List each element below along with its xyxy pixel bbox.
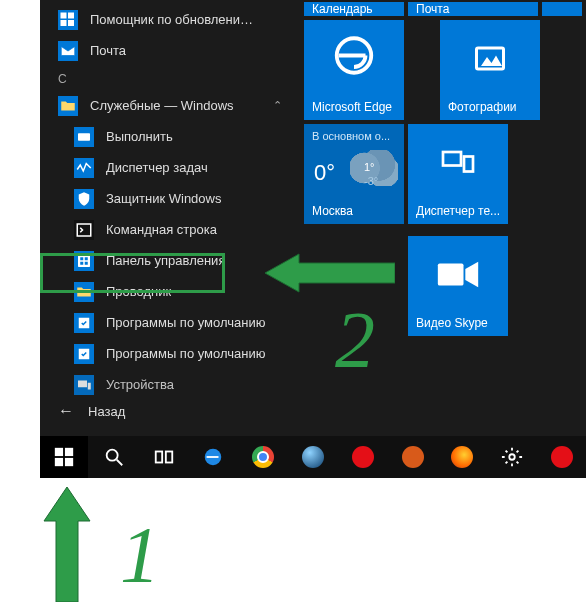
svg-rect-14 [88,382,91,389]
sub-item-defender[interactable]: Защитник Windows [40,183,300,214]
task-manager-icon [74,158,94,178]
windows-logo-icon [53,446,75,468]
back-button[interactable]: ← Назад [40,394,125,428]
app-label: Выполнить [106,129,173,144]
default-programs-icon [74,313,94,333]
svg-rect-23 [65,448,73,456]
app-label: Проводник [106,284,171,299]
app-label: Устройства [106,377,174,392]
taskbar-chrome[interactable] [239,436,287,478]
chevron-up-icon: ⌃ [273,99,292,112]
folder-icon [58,96,78,116]
app-label: Панель управления [106,253,225,268]
annotation-arrow-1 [42,487,92,602]
svg-rect-29 [165,452,171,463]
sub-item-default-programs[interactable]: Программы по умолчанию [40,307,300,338]
svg-rect-22 [55,448,63,456]
taskbar-app-orange[interactable] [389,436,437,478]
folder-label: Служебные — Windows [90,98,234,113]
tile-photos[interactable]: Фотографии [440,20,540,120]
tile-label: Календарь [312,2,373,16]
svg-rect-10 [85,261,88,264]
app-item[interactable]: Помощник по обновлению до... [40,4,300,35]
gear-icon [501,446,523,468]
taskbar-app-blue[interactable] [289,436,337,478]
taskbar [40,436,586,478]
run-icon [74,127,94,147]
video-icon [436,260,480,293]
app-item[interactable]: Почта [40,35,300,66]
task-view-button[interactable] [140,436,188,478]
mail-icon [58,41,78,61]
svg-rect-1 [68,12,74,18]
sub-item-explorer[interactable]: Проводник [40,276,300,307]
tile-label: Microsoft Edge [312,100,398,114]
svg-point-26 [106,450,117,461]
app-label: Программы по умолчанию [106,315,265,330]
svg-rect-3 [68,20,74,26]
svg-rect-20 [438,264,464,286]
sub-item-cmd[interactable]: Командная строка [40,214,300,245]
svg-marker-33 [44,487,90,602]
opera-icon [352,446,374,468]
svg-rect-7 [80,257,83,260]
default-programs-icon [74,344,94,364]
tile-weather[interactable]: В основном о... 0° 1° -3° Москва [304,124,404,224]
svg-rect-8 [85,257,88,260]
annotation-number-1: 1 [120,510,160,601]
taskbar-edge[interactable] [189,436,237,478]
tile-skype[interactable]: Видео Skype [408,236,508,336]
app-label: Командная строка [106,222,217,237]
sub-item-control-panel[interactable]: Панель управления [40,245,300,276]
taskbar-opera-2[interactable] [538,436,586,478]
tile-label: Диспетчер те... [416,204,502,218]
svg-rect-0 [61,12,67,18]
folder-item-system-tools[interactable]: Служебные — Windows ⌃ [40,90,300,121]
svg-marker-21 [465,262,478,288]
section-letter[interactable]: С [40,66,300,90]
orange-app-icon [402,446,424,468]
apps-panel: Помощник по обновлению до... Почта С Слу… [40,0,300,436]
shield-icon [74,189,94,209]
svg-rect-13 [78,380,87,387]
sub-item-run[interactable]: Выполнить [40,121,300,152]
tile-mail[interactable]: Почта [408,2,538,16]
app-label: Программы по умолчанию [106,346,265,361]
task-view-icon [153,446,175,468]
svg-rect-18 [443,152,461,166]
sub-item-default-programs-2[interactable]: Программы по умолчанию [40,338,300,369]
start-menu: Помощник по обновлению до... Почта С Слу… [40,0,586,436]
arrow-left-icon: ← [58,402,74,420]
sub-item-task-manager[interactable]: Диспетчер задач [40,152,300,183]
taskbar-settings[interactable] [488,436,536,478]
taskbar-firefox[interactable] [439,436,487,478]
edge-icon [202,446,224,468]
tile-edge[interactable]: Microsoft Edge [304,20,404,120]
weather-desc: В основном о... [312,130,390,142]
search-button[interactable] [90,436,138,478]
tile-blank-middle[interactable] [408,20,436,120]
tile-label: Видео Skype [416,316,502,330]
weather-temp: 0° [314,160,335,186]
app-label: Защитник Windows [106,191,221,206]
firefox-icon [451,446,473,468]
search-icon [103,446,125,468]
svg-rect-24 [55,458,63,466]
tile-calendar[interactable]: Календарь [304,2,404,16]
taskbar-opera[interactable] [339,436,387,478]
annotation-number-2: 2 [335,295,375,386]
chrome-icon [252,446,274,468]
photo-icon [468,41,512,80]
annotation-arrow-2 [265,248,395,298]
tile-blank[interactable] [542,2,582,16]
svg-marker-32 [265,254,395,292]
tile-dispatcher[interactable]: Диспетчер те... [408,124,508,224]
opera-icon [551,446,573,468]
svg-rect-9 [80,261,83,264]
svg-rect-19 [464,157,473,172]
terminal-icon [74,220,94,240]
start-button[interactable] [40,436,88,478]
app-label: Диспетчер задач [106,160,208,175]
edge-icon [331,33,377,88]
svg-rect-6 [78,255,90,267]
